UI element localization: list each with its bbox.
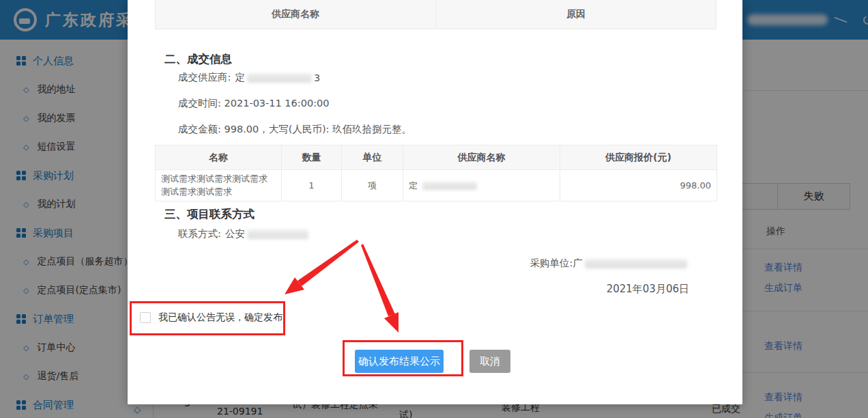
column-quantity: 数量 bbox=[282, 145, 342, 170]
deal-supplier-line: 成交供应商: 定 3 bbox=[178, 71, 320, 84]
supplier-cell: 定 bbox=[403, 170, 560, 201]
app-root: 广东政府采购 测 退出 个人信息 我的地址 我的发票 短信设置 采购计划 bbox=[0, 0, 868, 418]
item-name-cell: 测试需求测试需求测试需求测试需求测试需求 bbox=[156, 170, 282, 201]
masked-deal-supplier bbox=[247, 73, 312, 83]
deal-supplier-label: 成交供应商: bbox=[178, 71, 231, 84]
confirm-publish-button[interactable]: 确认发布结果公示 bbox=[355, 350, 444, 373]
purchaser-prefix: 广 bbox=[573, 257, 583, 270]
column-unit: 单位 bbox=[342, 145, 403, 170]
confirm-checkbox-row: 我已确认公告无误，确定发布 bbox=[140, 311, 283, 324]
unsuccessful-suppliers-table-header: 供应商名称 原因 bbox=[155, 0, 717, 29]
deal-supplier-prefix: 定 bbox=[235, 71, 245, 84]
confirm-publish-modal: 供应商名称 原因 二、成交信息 成交供应商: 定 3 成交时间: 2021-03… bbox=[128, 0, 742, 404]
contact-label: 联系方式: bbox=[178, 227, 221, 240]
masked-supplier-name bbox=[422, 182, 477, 190]
purchaser-label: 采购单位: bbox=[530, 257, 573, 270]
masked-purchaser-name bbox=[585, 259, 687, 268]
cancel-button[interactable]: 取消 bbox=[469, 350, 510, 373]
section-contact-title: 三、项目联系方式 bbox=[164, 207, 255, 222]
confirm-checkbox[interactable] bbox=[140, 312, 151, 323]
column-supplier-name: 供应商名称 bbox=[155, 0, 436, 29]
purchaser-line: 采购单位: 广 bbox=[530, 257, 689, 270]
column-supplier-quote: 供应商报价(元) bbox=[560, 145, 717, 170]
deal-amount-line: 成交金额: 998.00，大写(人民币): 玖佰玖拾捌元整。 bbox=[178, 123, 411, 136]
contact-line: 联系方式: 公安 bbox=[178, 227, 310, 240]
masked-contact-info bbox=[247, 229, 308, 239]
deal-items-table: 名称 数量 单位 供应商名称 供应商报价(元) 测试需求测试需求测试需求测试需求… bbox=[155, 145, 717, 201]
deal-supplier-suffix: 3 bbox=[314, 72, 320, 83]
confirm-checkbox-label: 我已确认公告无误，确定发布 bbox=[158, 311, 283, 324]
section-deal-info-title: 二、成交信息 bbox=[164, 52, 232, 67]
quantity-cell: 1 bbox=[282, 170, 342, 201]
column-supplier-name: 供应商名称 bbox=[403, 145, 560, 170]
price-cell: 998.00 bbox=[560, 170, 717, 201]
unit-cell: 项 bbox=[342, 170, 403, 201]
table-row: 测试需求测试需求测试需求测试需求测试需求 1 项 定 998.00 bbox=[156, 170, 717, 201]
deal-time-line: 成交时间: 2021-03-11 16:00:00 bbox=[178, 97, 330, 110]
column-reason: 原因 bbox=[436, 0, 717, 29]
column-item-name: 名称 bbox=[156, 145, 282, 170]
announcement-date: 2021年03月06日 bbox=[607, 283, 689, 296]
contact-prefix: 公安 bbox=[225, 227, 245, 240]
